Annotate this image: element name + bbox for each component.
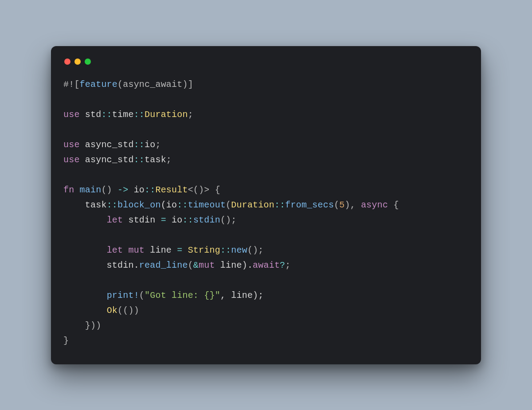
code-token: timeout (188, 200, 226, 210)
code-token: io (166, 215, 183, 225)
code-token: (()) (117, 305, 139, 316)
code-token: stdin (123, 215, 160, 225)
code-token: mut (199, 260, 215, 270)
code-token: = (161, 215, 166, 225)
code-token: ), (345, 200, 361, 210)
code-token (123, 245, 128, 255)
code-token: :: (177, 200, 188, 210)
code-token: :: (134, 155, 145, 165)
code-token: line (145, 245, 177, 255)
code-token: new (231, 245, 247, 255)
code-token: Duration (231, 200, 274, 210)
maximize-icon[interactable] (85, 59, 91, 65)
code-token: = (177, 245, 182, 255)
code-token: (io (161, 200, 177, 210)
code-token: { (209, 185, 220, 195)
code-token: await (253, 260, 280, 270)
code-token: mut (128, 245, 145, 255)
code-window: #![feature(async_await)] use std::time::… (51, 46, 481, 364)
code-token: io (128, 185, 145, 195)
code-token: io (145, 140, 155, 150)
code-token (63, 290, 107, 301)
code-token: ( (334, 200, 339, 210)
code-token: (); (247, 245, 264, 255)
minimize-icon[interactable] (74, 59, 81, 65)
code-token: { (388, 200, 399, 210)
code-token: :: (182, 215, 193, 225)
code-token: Result (155, 185, 188, 195)
code-token (74, 185, 79, 195)
code-token: let (107, 245, 123, 255)
code-token: use (63, 140, 80, 150)
code-token: :: (134, 109, 145, 120)
window-titlebar (63, 57, 469, 77)
code-token: })) (63, 320, 101, 331)
code-token: ( (188, 260, 193, 270)
code-token: from_secs (285, 200, 334, 210)
code-token: let (107, 215, 123, 225)
code-token: line). (215, 260, 253, 270)
code-token: , line); (220, 290, 264, 301)
code-token: stdin (193, 215, 220, 225)
code-token: :: (107, 200, 117, 210)
close-icon[interactable] (64, 59, 70, 65)
code-token: ; (188, 109, 193, 120)
code-token: (async_await)] (117, 79, 193, 90)
code-token: print! (107, 290, 139, 301)
code-token: block_on (117, 200, 161, 210)
code-token: Duration (145, 109, 188, 120)
code-token: :: (274, 200, 285, 210)
code-token: "Got line: {}" (145, 290, 220, 301)
code-token: ; (166, 155, 172, 165)
code-token: async_std (80, 140, 134, 150)
code-token: :: (220, 245, 231, 255)
code-token: ; (285, 260, 290, 270)
code-token (63, 215, 107, 225)
code-token: std (80, 109, 102, 120)
code-token: 5 (339, 200, 344, 210)
code-token: task (145, 155, 166, 165)
code-token: -> (117, 185, 128, 195)
code-token (63, 305, 107, 316)
code-token: } (63, 336, 69, 346)
code-token: time (112, 109, 134, 120)
code-token: fn (63, 185, 74, 195)
code-token: async (361, 200, 388, 210)
code-token: & (193, 260, 199, 270)
code-content: #![feature(async_await)] use std::time::… (63, 77, 469, 348)
code-token: Ok (107, 305, 117, 316)
code-token: stdin. (63, 260, 139, 270)
code-token: () (101, 185, 117, 195)
code-token: #![ (63, 79, 80, 90)
code-token: <()> (188, 185, 210, 195)
code-token: use (63, 109, 80, 120)
code-token: :: (134, 140, 145, 150)
code-token: String (188, 245, 220, 255)
code-token (63, 245, 107, 255)
code-token: task (63, 200, 107, 210)
code-token: (); (220, 215, 237, 225)
code-token: read_line (139, 260, 188, 270)
code-token: main (80, 185, 102, 195)
code-token: ( (226, 200, 231, 210)
code-token: ; (155, 140, 160, 150)
code-token: ? (280, 260, 285, 270)
code-token: async_std (80, 155, 134, 165)
code-token: :: (101, 109, 112, 120)
code-token: ( (139, 290, 145, 301)
code-token: use (63, 155, 80, 165)
code-token (182, 245, 188, 255)
code-token: :: (145, 185, 155, 195)
code-token: feature (80, 79, 117, 90)
